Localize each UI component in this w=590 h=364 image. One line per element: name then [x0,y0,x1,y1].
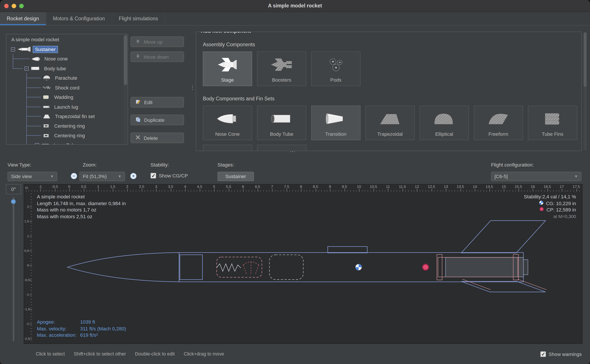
tree-item-label: Parachute [53,75,79,81]
tree-item-wadding[interactable]: Wadding [6,92,127,102]
tab-motors-configuration[interactable]: Motors & Configuration [46,12,112,25]
move-up-label: Move up [144,39,163,45]
section-heading-assembly-components: Assembly Components [203,42,255,47]
move-up-button[interactable]: Move up [131,36,184,47]
tree-item-sustainer[interactable]: −Sustainer [6,45,127,54]
flight-config-label: Flight configuration: [491,162,534,168]
tree-item-nose-cone[interactable]: Nose cone [6,54,127,64]
rocket-info-line: Mass with no motors 1,7 oz [37,207,126,213]
component-button-transition[interactable]: Transition [311,106,361,140]
component-button-elliptical[interactable]: Elliptical [420,106,469,140]
rotation-slider-track[interactable] [13,197,14,341]
move-down-button[interactable]: Move down [131,52,184,62]
tree-item-shock-cord[interactable]: Shock cord [6,83,127,92]
fin-upper[interactable] [461,221,546,253]
rotation-indicator: 0° [6,184,21,194]
flight-config-select[interactable]: [C6-5] ▼ [491,172,581,181]
component-button-body-tube[interactable]: Body Tube [257,106,306,140]
expander-plus-icon[interactable]: + [35,143,39,145]
rotation-slider-thumb[interactable] [11,199,16,204]
chevron-down-icon: ▼ [574,174,578,178]
tree-item-centering-ring[interactable]: Centering ring [6,131,127,140]
stage-toggle-sustainer[interactable]: Sustainer [217,172,254,181]
show-cgcp-label: Show CG/CP [159,173,188,178]
tree-item-label: Sustainer [33,46,58,52]
edit-label: Edit [144,99,153,105]
expander-minus-icon[interactable]: − [11,47,15,52]
component-button-partial[interactable] [203,145,252,151]
flight-summary: Apogee:1039 ft Max. velocity:311 ft/s (M… [37,318,126,338]
component-button-label: Freeform [488,131,508,140]
stages-label: Stages: [217,162,234,168]
horizontal-splitter-handle[interactable]: ⋯ [290,148,295,155]
centering-ring-front[interactable] [437,254,442,280]
edit-button[interactable]: Edit [131,97,184,107]
motor-nozzle[interactable] [523,260,528,275]
checkbox-checked-icon[interactable] [151,173,156,178]
app-window: A simple model rocket Rocket designMotor… [0,0,590,364]
shockcord-icon [43,85,51,90]
component-button-pods[interactable]: Pods [311,52,361,86]
nose-shoulder[interactable] [180,255,202,280]
tree-item-a-simple-model-rocket[interactable]: A simple model rocket [6,35,127,45]
close-window-icon[interactable] [4,4,9,8]
maximize-window-icon[interactable] [19,4,24,8]
delete-button[interactable]: Delete [131,133,184,143]
parachute[interactable] [217,257,262,277]
minimize-window-icon[interactable] [12,4,16,8]
show-cgcp-checkbox[interactable]: Show CG/CP [151,173,188,178]
rocket-info-line: Mass with motors 2,51 oz [37,213,126,220]
component-button-freeform[interactable]: Freeform [474,106,523,140]
apogee-label: Apogee: [37,318,80,325]
bodytube-icon [31,66,40,71]
zoom-in-button[interactable]: + [130,173,137,179]
component-button-partial[interactable] [257,145,306,151]
tab-flight-simulations[interactable]: Flight simulations [112,12,165,25]
status-hint: Shift+click to select other [74,351,126,357]
zoom-out-button[interactable]: − [71,173,77,179]
cg-marker [355,264,362,270]
component-button-nose-cone[interactable]: Nose Cone [203,106,252,140]
tree-item-trapezoidal-fin-set[interactable]: Trapezoidal fin set [6,111,127,121]
tree-item-parachute[interactable]: Parachute [6,73,127,83]
shock-cord[interactable] [217,264,241,271]
launch-lug[interactable] [328,247,367,253]
duplicate-button[interactable]: Duplicate [131,115,184,125]
vertical-splitter-handle[interactable]: ⋮ [190,84,195,91]
tab-rocket-design[interactable]: Rocket design [0,12,46,25]
velocity-value: 311 ft/s (Mach 0,280) [80,325,126,332]
tree-scrollbar-thumb[interactable] [124,35,127,85]
acceleration-value: 619 ft/s² [80,332,98,338]
component-button-trapezoidal[interactable]: Trapezoidal [365,106,415,140]
tree-item-label: Launch lug [52,104,80,110]
rocket-canvas[interactable]: in -1-0,500,511,522,533,544,555,566,577,… [24,184,582,344]
nosecone-icon [203,106,252,131]
tab-bar: Rocket designMotors & ConfigurationFligh… [0,12,590,26]
view-type-select[interactable]: Side view ▼ [7,172,57,181]
component-button-label: Elliptical [435,131,453,140]
section-heading-body-components-and-fin-sets: Body Components and Fin Sets [203,96,275,102]
component-button-tube-fins[interactable]: Tube Fins [528,106,577,140]
checkbox-checked-icon[interactable] [540,351,546,357]
tree-item-body-tube[interactable]: −Body tube [6,64,127,73]
tree-item-centering-ring[interactable]: Centering ring [6,121,127,131]
fin-lower[interactable] [461,281,546,292]
add-component-panel: Add new component Assembly ComponentsSta… [195,32,582,151]
show-warnings-label: Show warnings [549,351,582,357]
view-type-label: View Type: [7,162,31,168]
show-warnings-checkbox[interactable]: Show warnings [540,351,582,357]
component-button-stage[interactable]: Stage [203,52,252,86]
rocket-nose-cone[interactable] [67,253,179,282]
expander-minus-icon[interactable]: − [25,66,29,71]
panel-scrollbar-thumb[interactable] [584,32,587,87]
tree-item-inner-tube[interactable]: +Inner Tube [6,140,127,145]
pods-icon [312,52,360,77]
delete-label: Delete [144,135,158,141]
motor[interactable] [446,258,523,277]
zoom-select[interactable]: Fit (51,3%) ▼ [79,172,125,181]
stability-label: Stability: [151,162,169,168]
status-hint: Click to select [36,351,65,357]
wadding[interactable] [269,255,303,280]
component-button-boosters[interactable]: Boosters [257,52,306,86]
tree-item-launch-lug[interactable]: Launch lug [6,102,127,112]
